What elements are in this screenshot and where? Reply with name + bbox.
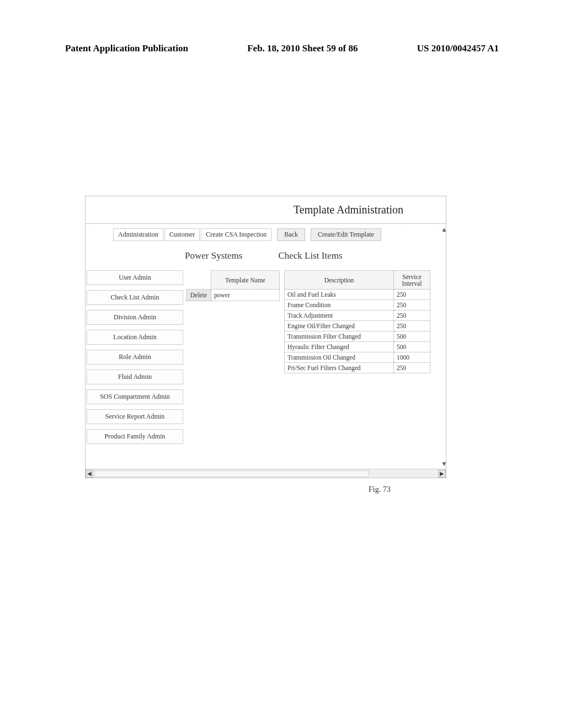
- table-header-row: Template Name: [186, 271, 280, 290]
- nav-create-csa[interactable]: Create CSA Inspection: [201, 228, 271, 241]
- window-title: Template Administration: [294, 204, 403, 216]
- scroll-thumb[interactable]: [94, 470, 369, 477]
- checklist-interval: 250: [394, 300, 430, 311]
- scroll-left-icon[interactable]: ◀: [86, 470, 93, 478]
- section-titles: Power Systems Check List Items: [185, 250, 343, 261]
- sidebar-item-product-family-admin[interactable]: Product Family Admin: [87, 429, 183, 444]
- checklist-interval: 500: [394, 342, 430, 352]
- header-left: Patent Application Publication: [65, 43, 188, 54]
- table-row: Transmission Filter Changed 500: [285, 331, 430, 342]
- checklist-interval: 500: [394, 331, 430, 342]
- header-center: Feb. 18, 2010 Sheet 59 of 86: [247, 43, 358, 54]
- top-nav: Administration Customer Create CSA Inspe…: [113, 228, 381, 241]
- template-table: Template Name Delete power: [186, 270, 280, 301]
- sidebar-item-role-admin[interactable]: Role Admin: [87, 350, 183, 365]
- sidebar-item-checklist-admin[interactable]: Check List Admin: [87, 290, 183, 305]
- delete-button[interactable]: Delete: [186, 290, 211, 301]
- section-power-systems: Power Systems: [185, 250, 242, 261]
- checklist-interval: 250: [394, 363, 430, 373]
- create-edit-template-button[interactable]: Create/Edit Template: [311, 228, 381, 241]
- checklist-desc: Transmission Filter Changed: [285, 331, 394, 342]
- table-row: Hyraulic Filter Changed 500: [285, 342, 430, 352]
- sidebar-item-division-admin[interactable]: Division Admin: [87, 310, 183, 325]
- checklist-desc: Oil and Fuel Leaks: [285, 290, 394, 300]
- header-right: US 2010/0042457 A1: [417, 43, 499, 54]
- table-row: Pri/Sec Fuel Filters Changed 250: [285, 363, 430, 373]
- checklist-desc: Frame Condition: [285, 300, 394, 311]
- template-col-name: Template Name: [211, 271, 280, 290]
- admin-sidebar: User Admin Check List Admin Division Adm…: [87, 270, 183, 444]
- checklist-interval: 250: [394, 321, 430, 331]
- sidebar-item-fluid-admin[interactable]: Fluid Admin: [87, 370, 183, 384]
- checklist-desc: Engine Oil/Filter Changed: [285, 321, 394, 331]
- table-row: Delete power: [186, 290, 280, 301]
- checklist-desc: Hyraulic Filter Changed: [285, 342, 394, 352]
- figure-label: Fig. 73: [369, 485, 391, 494]
- table-row: Frame Condition 250: [285, 300, 430, 311]
- horizontal-scrollbar[interactable]: ◀ ▶: [86, 469, 446, 478]
- scroll-track[interactable]: [94, 470, 437, 477]
- back-button[interactable]: Back: [277, 228, 305, 241]
- content-area: ▲ ▼ Administration Customer Create CSA I…: [86, 224, 446, 478]
- page-header: Patent Application Publication Feb. 18, …: [0, 43, 565, 54]
- window-title-bar: Template Administration: [86, 196, 446, 224]
- table-row: Engine Oil/Filter Changed 250: [285, 321, 430, 331]
- scroll-down-icon[interactable]: ▼: [441, 460, 447, 467]
- checklist-interval: 1000: [394, 352, 430, 363]
- checklist-col-description: Description: [285, 271, 394, 290]
- checklist-desc: Transmission Oil Changed: [285, 352, 394, 363]
- checklist-desc: Pri/Sec Fuel Filters Changed: [285, 363, 394, 373]
- scroll-up-icon[interactable]: ▲: [441, 226, 447, 232]
- table-row: Track Adjustment 250: [285, 311, 430, 321]
- scroll-right-icon[interactable]: ▶: [438, 470, 446, 478]
- table-row: Transmission Oil Changed 1000: [285, 352, 430, 363]
- checklist-col-interval: Service Interval: [394, 271, 430, 290]
- checklist-desc: Track Adjustment: [285, 311, 394, 321]
- nav-administration[interactable]: Administration: [113, 228, 163, 241]
- checklist-interval: 250: [394, 311, 430, 321]
- table-row: Oil and Fuel Leaks 250: [285, 290, 430, 300]
- sidebar-item-sos-admin[interactable]: SOS Compartment Admin: [87, 389, 183, 404]
- checklist-table: Description Service Interval Oil and Fue…: [284, 270, 430, 373]
- nav-customer[interactable]: Customer: [164, 228, 200, 241]
- template-col-action: [186, 271, 211, 290]
- sidebar-item-location-admin[interactable]: Location Admin: [87, 330, 183, 345]
- checklist-interval: 250: [394, 290, 430, 300]
- template-name-cell[interactable]: power: [211, 290, 280, 301]
- table-header-row: Description Service Interval: [285, 271, 430, 290]
- section-check-list-items: Check List Items: [278, 250, 342, 261]
- sidebar-item-user-admin[interactable]: User Admin: [87, 270, 183, 285]
- sidebar-item-service-report-admin[interactable]: Service Report Admin: [87, 409, 183, 424]
- app-window: Template Administration ▲ ▼ Administrati…: [85, 196, 446, 478]
